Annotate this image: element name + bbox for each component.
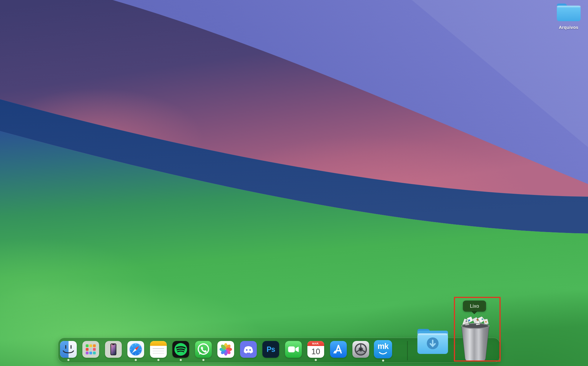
dock-item-calendar[interactable]: MAR. 10 <box>307 341 324 358</box>
desktop-folder-label: Arquivos <box>555 25 582 30</box>
dock-item-spotify[interactable] <box>172 341 189 358</box>
finder-icon <box>60 341 77 358</box>
dock-item-finder[interactable] <box>60 341 77 358</box>
running-indicator-dot <box>315 359 317 361</box>
launchpad-icon <box>82 341 99 358</box>
photoshop-label: Ps <box>266 345 275 354</box>
photoshop-icon: Ps <box>262 341 279 358</box>
dock-item-mackeeper[interactable]: mk <box>374 340 392 358</box>
folder-icon <box>555 2 582 22</box>
calendar-icon: MAR. 10 <box>307 341 324 358</box>
photos-pinwheel-icon <box>217 341 234 358</box>
dock-item-launchpad[interactable] <box>82 341 99 358</box>
dock-item-discord[interactable] <box>240 341 257 358</box>
iphone-mirroring-icon <box>105 341 122 358</box>
running-indicator-dot <box>180 359 182 361</box>
dock-separator <box>407 341 408 360</box>
running-indicator-dot <box>67 359 69 361</box>
running-indicator-dot <box>202 359 204 361</box>
dock-item-safari[interactable] <box>127 341 144 358</box>
dock-item-notes[interactable] <box>150 341 167 358</box>
calendar-month-label: MAR. <box>312 342 319 345</box>
dock-item-whatsapp[interactable] <box>195 341 212 358</box>
dock-item-facetime[interactable] <box>285 341 302 358</box>
running-indicator-dot <box>157 359 159 361</box>
macos-desktop: Arquivos <box>0 0 588 366</box>
desktop-folder-arquivos[interactable]: Arquivos <box>555 2 582 30</box>
spotify-icon <box>172 341 189 358</box>
downloads-folder-icon <box>415 326 451 356</box>
dock-item-iphone-mirroring[interactable] <box>105 341 122 358</box>
app-store-icon <box>330 341 347 358</box>
dock-item-photos[interactable] <box>217 341 234 358</box>
running-indicator-dot <box>382 360 384 362</box>
running-indicator-dot <box>135 359 137 361</box>
settings-gear-icon <box>352 341 369 358</box>
calendar-month-header: MAR. <box>307 341 324 346</box>
calendar-day: 10 <box>307 346 324 358</box>
mackeeper-smile-icon <box>374 340 392 358</box>
dock-item-system-settings[interactable] <box>352 341 369 358</box>
dock-item-app-store[interactable] <box>330 341 347 358</box>
dock-item-downloads[interactable] <box>415 326 451 356</box>
annotation-rectangle <box>454 297 501 362</box>
safari-compass-icon <box>127 341 144 358</box>
whatsapp-icon <box>195 341 212 358</box>
discord-icon <box>240 341 257 358</box>
calendar-day-label: 10 <box>311 347 320 356</box>
notes-icon <box>150 341 167 358</box>
dock-item-photoshop[interactable]: Ps <box>262 341 279 358</box>
facetime-icon <box>285 341 302 358</box>
mackeeper-icon: mk <box>374 340 392 358</box>
